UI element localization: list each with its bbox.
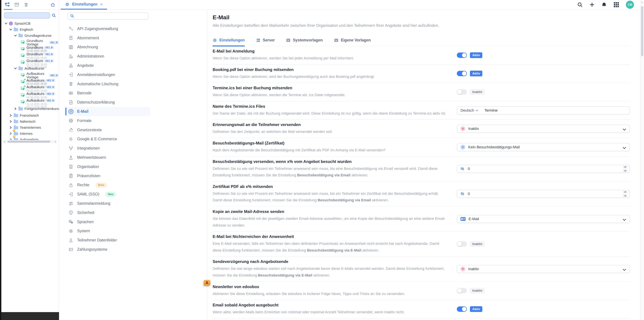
mail-template-icon <box>286 38 290 43</box>
tree-item-folder[interactable]: Grundlagenkurse <box>1 33 59 39</box>
menu-item-abrechnung[interactable]: Abrechnung <box>64 43 150 52</box>
decrement-button[interactable] <box>623 194 628 197</box>
reminder-select[interactable]: × Inaktiv <box>457 125 630 133</box>
menu-item-integrationen[interactable]: Integrationen <box>64 144 150 153</box>
tab-server[interactable]: Server <box>256 38 275 47</box>
chevron-right-icon[interactable] <box>10 114 12 117</box>
tree-item-folder[interactable]: Italienisch <box>1 119 59 125</box>
menu-item-gesetzestexte[interactable]: Gesetzestexte <box>64 125 150 135</box>
menu-item-google[interactable]: GGoogle & E-Commerce <box>64 135 150 144</box>
increment-button[interactable] <box>623 165 628 168</box>
tree-search-input[interactable] <box>4 13 50 19</box>
tree-item-course[interactable]: Grundkurs#E1_B01.12.2025 18:00 - 29.12.2… <box>1 59 59 66</box>
close-icon[interactable]: × <box>100 2 103 7</box>
menu-item-email[interactable]: @E-Mail <box>64 107 150 116</box>
tab-label: Server <box>263 38 275 43</box>
scrollbar-thumb[interactable] <box>641 6 643 56</box>
menu-item-abonnement[interactable]: Abonnement <box>64 33 150 43</box>
tree-item-label: Italienisch <box>20 120 36 124</box>
vertical-scrollbar[interactable] <box>640 0 644 320</box>
global-search-icon[interactable] <box>577 2 582 8</box>
filename-input[interactable] <box>484 108 626 113</box>
tree-item-root[interactable]: SprachCB <box>1 21 59 27</box>
tree-horizontal-scrollbar[interactable] <box>3 140 57 143</box>
language-select[interactable]: Deutsch <box>460 108 474 113</box>
chevron-down-icon[interactable] <box>5 22 8 25</box>
archive-box-icon[interactable] <box>14 2 19 7</box>
toggle-on[interactable] <box>457 306 467 312</box>
course-name: Grundkurs <box>26 52 43 56</box>
notifications-bell-icon[interactable] <box>602 2 607 8</box>
menu-item-organisation[interactable]: Organisation <box>64 162 150 171</box>
chevron-down-icon[interactable] <box>14 34 17 37</box>
tree-item-folder-locked[interactable]: Internes <box>1 131 59 137</box>
decrement-button[interactable] <box>623 169 628 172</box>
tree-item-course[interactable]: Grundkurs Vorlage#E1_B01.02.2024 18:00 -… <box>1 39 59 45</box>
delay-select[interactable]: × Inaktiv <box>457 265 630 273</box>
avatar[interactable]: CB <box>626 1 634 9</box>
toggle-on[interactable] <box>457 53 467 58</box>
chevron-down-icon[interactable] <box>10 28 12 31</box>
menu-item-zahlungssysteme[interactable]: Zahlungssysteme <box>64 245 150 254</box>
tree-view-icon[interactable] <box>5 2 10 7</box>
menu-item-sicherheit[interactable]: Sicherheit <box>64 208 150 217</box>
settings-search-input[interactable] <box>76 14 146 18</box>
toggle-off[interactable] <box>457 89 467 95</box>
menu-item-automatische-loeschung[interactable]: Automatische Löschung <box>64 79 150 89</box>
chevron-right-icon[interactable] <box>10 132 12 135</box>
tab-eigene-vorlagen[interactable]: Eigene Vorlagen <box>334 38 371 47</box>
certificate-mail-select[interactable]: × Kein Besuchsbestätigungs-Mail <box>457 143 630 151</box>
menu-item-barcode[interactable]: Barcode <box>64 89 150 98</box>
tree-item-course[interactable]: Grundkurs#E1_B12.05.2025 18:00 - 09.06.2… <box>1 45 59 52</box>
tree-item-course[interactable]: Aufbaukurs Vorlage#E2_B01.01.2024 18:00 … <box>1 72 59 78</box>
menu-item-sammelanmeldung[interactable]: Sammelanmeldung <box>64 199 150 208</box>
setting-description: Definieren Sie zu wie viel Prozent ein T… <box>213 165 448 179</box>
toggle-on[interactable] <box>457 71 467 76</box>
menu-item-teilnehmer-datenfelder[interactable]: Teilnehmer Datenfelder <box>64 236 150 245</box>
tree-item-course[interactable]: Aufbaukurs#E2_B05.03.2025 18:00 - 02.04.… <box>1 78 59 85</box>
chevron-right-icon[interactable] <box>14 107 17 110</box>
tree-item-folder[interactable]: Teaminternes <box>1 125 59 131</box>
percent-icon: % <box>460 166 464 171</box>
tree-item-course[interactable]: Aufbaukurs#E2_B09.06.2025 18:00 - 07.07.… <box>1 85 59 92</box>
scrollbar-thumb[interactable] <box>8 141 50 143</box>
tree-item-folder[interactable]: Englisch <box>1 27 59 33</box>
chevron-right-icon[interactable] <box>10 126 12 129</box>
course-badge: #E1_B <box>44 53 54 56</box>
apps-grid-icon[interactable] <box>614 2 619 7</box>
menu-item-api[interactable]: API Zugangsverwaltung <box>64 24 150 33</box>
toggle-off[interactable] <box>457 288 467 293</box>
menu-item-rechte[interactable]: RechteBeta <box>64 181 150 190</box>
menu-item-angebote[interactable]: Angebote <box>64 61 150 70</box>
menu-item-formate[interactable]: Formate <box>64 116 150 125</box>
tab-einstellungen[interactable]: Einstellungen × <box>61 0 107 10</box>
trash-icon[interactable] <box>24 2 28 7</box>
course-cube-icon <box>20 46 25 51</box>
toggle-off[interactable] <box>457 241 467 247</box>
menu-item-sprachen[interactable]: Sprachen <box>64 217 150 226</box>
tab-systemvorlagen[interactable]: Systemvorlagen <box>286 38 323 47</box>
tree-item-folder[interactable]: Französisch <box>1 112 59 119</box>
chevron-right-icon[interactable] <box>10 120 12 123</box>
percent-number-input[interactable]: % 0 <box>457 190 630 198</box>
search-icon[interactable] <box>52 13 56 18</box>
menu-item-praesenzlisten[interactable]: Präsenzlisten <box>64 171 150 181</box>
menu-item-datenschutz[interactable]: Datenschutzerklärung <box>64 98 150 107</box>
tree-item-course[interactable]: Aufbaukurs#E2_B01.12.2025 18:00 - 29.12.… <box>1 98 59 105</box>
tree-item-course[interactable]: Grundkurs#E1_B09.09.2025 18:00 - 07.10.2… <box>1 52 59 59</box>
tab-einstellungen[interactable]: Einstellungen <box>213 38 245 47</box>
folder-icon <box>14 114 18 117</box>
add-icon[interactable] <box>590 2 594 7</box>
menu-item-anmeldeeinstellungen[interactable]: Anmeldeeinstellungen <box>64 70 150 79</box>
menu-item-system[interactable]: System <box>64 226 150 236</box>
datafield-select[interactable]: E-Mail <box>457 215 630 223</box>
increment-button[interactable] <box>623 190 628 193</box>
filename-input-group: Deutsch <box>457 106 630 114</box>
menu-item-administratoren[interactable]: Administratoren <box>64 52 150 61</box>
menu-item-saml[interactable]: SAML (SSO)Neu <box>64 190 150 199</box>
tree-item-course[interactable]: Aufbaukurs#E2_B04.08.2025 18:00 - 01.09.… <box>1 92 59 98</box>
home-icon[interactable] <box>50 2 55 7</box>
percent-number-input[interactable]: % 0 <box>457 165 630 173</box>
chevron-down-icon[interactable] <box>14 67 17 70</box>
menu-item-mehrwertsteuern[interactable]: Mehrwertsteuern <box>64 153 150 162</box>
